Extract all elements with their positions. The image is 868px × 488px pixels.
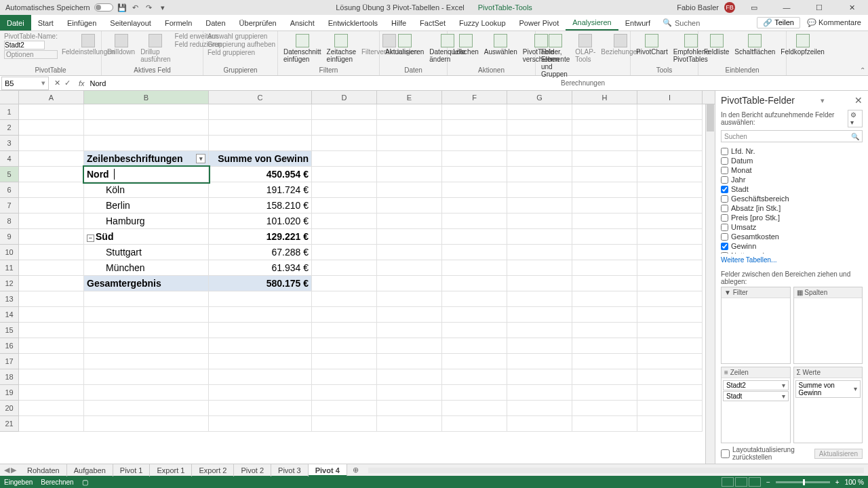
cell-H2[interactable] bbox=[572, 120, 637, 136]
comments-button[interactable]: 💬 Kommentare bbox=[807, 18, 861, 27]
cell-I3[interactable] bbox=[637, 136, 703, 151]
cell-F15[interactable] bbox=[442, 323, 507, 338]
cell-H17[interactable] bbox=[572, 354, 637, 369]
row-header[interactable]: 1 bbox=[0, 104, 19, 120]
cell-I21[interactable] bbox=[637, 416, 703, 432]
avatar[interactable]: FB bbox=[724, 2, 735, 13]
col-header-A[interactable]: A bbox=[19, 91, 84, 104]
cell-C1[interactable] bbox=[209, 104, 312, 120]
cell-H7[interactable] bbox=[572, 198, 637, 214]
cell-C19[interactable] bbox=[209, 385, 312, 401]
cell-B19[interactable] bbox=[84, 385, 209, 401]
autosave-toggle[interactable] bbox=[94, 3, 113, 12]
sheet-tab[interactable]: Export 2 bbox=[192, 464, 234, 476]
col-header-E[interactable]: E bbox=[377, 91, 442, 104]
tab-file[interactable]: Datei bbox=[0, 15, 31, 30]
cell-I15[interactable] bbox=[637, 323, 703, 338]
cell-A15[interactable] bbox=[19, 323, 84, 338]
cell-F3[interactable] bbox=[442, 136, 507, 151]
row-header[interactable]: 11 bbox=[0, 260, 19, 276]
col-header-I[interactable]: I bbox=[637, 91, 703, 104]
field-checkbox[interactable] bbox=[721, 205, 728, 212]
cell-A18[interactable] bbox=[19, 369, 84, 385]
cell-B18[interactable] bbox=[84, 369, 209, 385]
pivottable-name-input[interactable] bbox=[4, 41, 45, 49]
cell-G16[interactable] bbox=[507, 338, 572, 354]
cell-D18[interactable] bbox=[312, 369, 377, 385]
col-header-D[interactable]: D bbox=[312, 91, 377, 104]
cell-F7[interactable] bbox=[442, 198, 507, 214]
cell-F1[interactable] bbox=[442, 104, 507, 120]
fields-items-button[interactable]: Felder, Elemente und Gruppen bbox=[540, 33, 571, 79]
field-checkbox[interactable] bbox=[721, 224, 728, 231]
sheet-tab[interactable]: Export 1 bbox=[150, 464, 192, 476]
cell-F13[interactable] bbox=[442, 291, 507, 307]
view-pagebreak-icon[interactable] bbox=[749, 477, 761, 487]
cell-A12[interactable] bbox=[19, 276, 84, 291]
cell-B12[interactable]: Gesamtergebnis bbox=[84, 276, 209, 291]
cell-D2[interactable] bbox=[312, 120, 377, 136]
cell-A9[interactable] bbox=[19, 229, 84, 245]
cell-E2[interactable] bbox=[377, 120, 442, 136]
cell-E14[interactable] bbox=[377, 307, 442, 323]
add-sheet-icon[interactable]: ⊕ bbox=[347, 466, 364, 474]
cell-E15[interactable] bbox=[377, 323, 442, 338]
clear-button[interactable]: Löschen bbox=[452, 33, 480, 57]
col-header-F[interactable]: F bbox=[442, 91, 507, 104]
cell-G8[interactable] bbox=[507, 214, 572, 229]
cell-H11[interactable] bbox=[572, 260, 637, 276]
sheet-tab[interactable]: Pivot 4 bbox=[309, 464, 347, 476]
cell-C3[interactable] bbox=[209, 136, 312, 151]
cell-A21[interactable] bbox=[19, 416, 84, 432]
cell-F18[interactable] bbox=[442, 369, 507, 385]
cell-H12[interactable] bbox=[572, 276, 637, 291]
cell-F12[interactable] bbox=[442, 276, 507, 291]
sheet-nav-prev-icon[interactable]: ◀ bbox=[4, 466, 9, 474]
cell-I18[interactable] bbox=[637, 369, 703, 385]
tab-hilfe[interactable]: Hilfe bbox=[384, 15, 413, 30]
cell-D14[interactable] bbox=[312, 307, 377, 323]
slicer-button[interactable]: Datenschnitt einfügen bbox=[282, 33, 323, 64]
cell-B3[interactable] bbox=[84, 136, 209, 151]
cell-E17[interactable] bbox=[377, 354, 442, 369]
cell-E12[interactable] bbox=[377, 276, 442, 291]
cell-C18[interactable] bbox=[209, 369, 312, 385]
more-tables-link[interactable]: Weitere Tabellen... bbox=[715, 253, 868, 266]
cell-H6[interactable] bbox=[572, 182, 637, 198]
cell-I10[interactable] bbox=[637, 245, 703, 260]
cell-D3[interactable] bbox=[312, 136, 377, 151]
cell-G20[interactable] bbox=[507, 401, 572, 416]
sheet-tab[interactable]: Pivot 1 bbox=[113, 464, 151, 476]
cell-D7[interactable] bbox=[312, 198, 377, 214]
cell-A16[interactable] bbox=[19, 338, 84, 354]
select-button[interactable]: Auswählen bbox=[483, 33, 519, 57]
tab-ansicht[interactable]: Ansicht bbox=[283, 15, 321, 30]
tab-factset[interactable]: FactSet bbox=[413, 15, 452, 30]
cell-H13[interactable] bbox=[572, 291, 637, 307]
cell-G19[interactable] bbox=[507, 385, 572, 401]
cell-A20[interactable] bbox=[19, 401, 84, 416]
refresh-button[interactable]: Aktualisieren bbox=[384, 33, 425, 57]
cell-I5[interactable] bbox=[637, 167, 703, 182]
cell-I2[interactable] bbox=[637, 120, 703, 136]
confirm-edit-icon[interactable]: ✓ bbox=[64, 79, 71, 87]
row-header[interactable]: 4 bbox=[0, 151, 19, 167]
tab-powerpivot[interactable]: Power Pivot bbox=[513, 15, 566, 30]
col-header-H[interactable]: H bbox=[572, 91, 637, 104]
cell-H16[interactable] bbox=[572, 338, 637, 354]
tab-entwicklertools[interactable]: Entwicklertools bbox=[321, 15, 384, 30]
cell-C10[interactable]: 67.288 € bbox=[209, 245, 312, 260]
cell-G9[interactable] bbox=[507, 229, 572, 245]
qat-customize-icon[interactable]: ▾ bbox=[158, 3, 167, 12]
share-button[interactable]: 🔗 Teilen bbox=[757, 17, 800, 28]
cell-G15[interactable] bbox=[507, 323, 572, 338]
cell-B17[interactable] bbox=[84, 354, 209, 369]
cell-B11[interactable]: München bbox=[84, 260, 209, 276]
gear-icon[interactable]: ⚙ ▾ bbox=[848, 110, 863, 127]
cell-I1[interactable] bbox=[637, 104, 703, 120]
cell-C13[interactable] bbox=[209, 291, 312, 307]
cell-A4[interactable] bbox=[19, 151, 84, 167]
cell-B1[interactable] bbox=[84, 104, 209, 120]
cell-E10[interactable] bbox=[377, 245, 442, 260]
cell-I9[interactable] bbox=[637, 229, 703, 245]
